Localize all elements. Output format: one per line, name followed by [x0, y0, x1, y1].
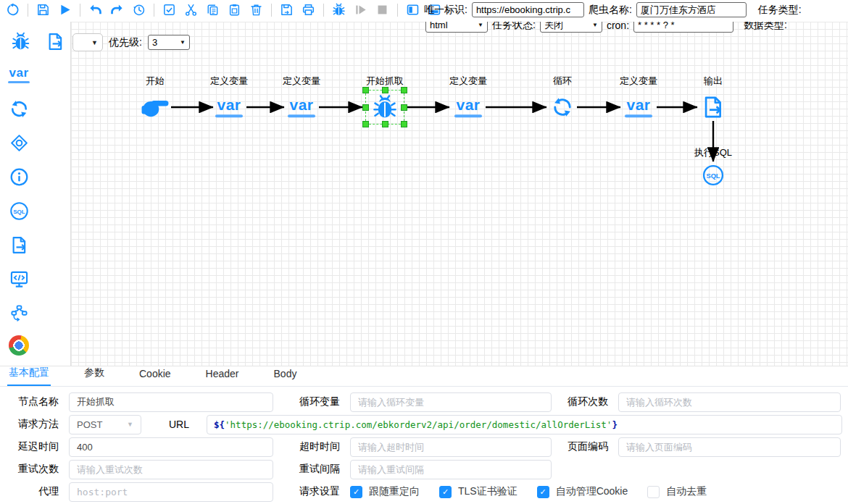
toolbar-redo-button[interactable] [110, 3, 124, 17]
spider-name-input[interactable] [636, 2, 747, 17]
selection-handle[interactable] [362, 87, 369, 93]
chevron-down-icon: ▼ [180, 39, 186, 46]
loop-var-input[interactable] [350, 392, 552, 412]
node-label: 定义变量 [620, 75, 657, 88]
sidebar-item-output-node[interactable] [43, 30, 67, 52]
undo-icon [88, 3, 102, 17]
selection-handle[interactable] [382, 121, 388, 127]
main-area: varSQL html ▼ 任务状态: 关闭 ▼ cron: 数据类型: ▼ [0, 22, 848, 366]
tab-body[interactable]: Body [273, 365, 299, 386]
sidebar-item-chrome-node[interactable] [7, 336, 30, 358]
history-icon [132, 3, 146, 17]
unique-id-label: 唯一标识: [424, 4, 467, 17]
checkbox-unchecked-icon[interactable] [647, 486, 660, 498]
node-name-input[interactable] [69, 392, 273, 412]
timeout-input[interactable] [350, 437, 552, 457]
toolbar-save-button[interactable] [36, 3, 50, 17]
toolbar-step-over-button[interactable] [354, 3, 367, 17]
chevron-down-icon: ▼ [91, 39, 98, 46]
var-icon: var [288, 97, 315, 117]
file-export-icon [46, 32, 65, 51]
node-label: 开始抓取 [366, 75, 404, 88]
sidebar-item-crawler-node[interactable] [9, 30, 32, 52]
loop-count-input[interactable] [618, 392, 841, 412]
shape-priority-row: ▼ 优先级: 3 ▼ [72, 33, 190, 51]
toolbar-divider [271, 4, 272, 17]
timeout-label: 超时时间 [280, 440, 350, 453]
sidebar-item-variable-node[interactable]: var [7, 64, 30, 85]
toolbar-return-button[interactable] [6, 3, 20, 17]
toolbar-history-button[interactable] [132, 3, 146, 17]
tab-cookie[interactable]: Cookie [138, 365, 172, 386]
encoding-input[interactable] [618, 437, 841, 457]
var-icon: var [8, 67, 30, 83]
node-label: 定义变量 [449, 75, 487, 88]
delay-label: 延迟时间 [0, 440, 69, 453]
unique-id-input[interactable] [472, 2, 584, 17]
checkbox-checked-icon[interactable]: ✓ [439, 486, 452, 498]
toolbar-stop-button[interactable] [375, 3, 389, 17]
toolbar-select-all-button[interactable] [162, 3, 176, 17]
checkbox-follow-redirect[interactable]: ✓跟随重定向 [350, 485, 420, 498]
url-expr-open: ${ [214, 419, 225, 430]
node-palette-sidebar: varSQL [0, 22, 70, 366]
sidebar-item-code-node[interactable] [7, 268, 30, 290]
checkbox-auto-cookie[interactable]: ✓自动管理Cookie [537, 485, 628, 498]
method-value: POST [77, 419, 102, 430]
sidebar-item-sql-node[interactable]: SQL [7, 200, 30, 222]
spider-name-label: 爬虫名称: [589, 4, 632, 17]
checkbox-label: 自动去重 [666, 485, 707, 498]
toolbar-run-button[interactable] [58, 3, 72, 17]
print-icon [302, 3, 315, 17]
request-settings-label: 请求设置 [280, 485, 350, 498]
config-tabs: 基本配置参数CookieHeaderBody [0, 366, 848, 387]
selection-handle[interactable] [401, 104, 407, 111]
selection-handle[interactable] [362, 121, 369, 127]
palette-column: varSQL [0, 52, 70, 358]
tab-params[interactable]: 参数 [83, 364, 106, 386]
step-over-icon [354, 3, 367, 17]
tab-basic-config[interactable]: 基本配置 [7, 364, 51, 386]
shape-select[interactable]: ▼ [72, 33, 103, 51]
checkbox-tls-verify[interactable]: ✓TLS证书验证 [439, 485, 517, 498]
checkbox-checked-icon[interactable]: ✓ [537, 486, 549, 498]
config-form: 节点名称 循环变量 循环次数 请求方法 POST ▼ URL ${'https:… [0, 387, 848, 502]
url-input[interactable]: ${'https://ebooking.ctrip.com/ebkorderv2… [207, 415, 842, 434]
toolbar-undo-button[interactable] [88, 3, 102, 17]
node-label: 输出 [704, 75, 723, 88]
selection-handle[interactable] [362, 104, 369, 111]
proxy-input[interactable] [69, 482, 273, 502]
tab-header[interactable]: Header [204, 365, 241, 386]
method-select[interactable]: POST ▼ [69, 415, 141, 434]
selection-handle[interactable] [401, 87, 407, 93]
checkbox-checked-icon[interactable]: ✓ [350, 486, 362, 498]
sidebar-item-comment-node[interactable] [7, 166, 30, 188]
toolbar-paste-button[interactable] [228, 3, 241, 17]
sidebar-item-condition-node[interactable] [7, 132, 30, 154]
toolbar-debug-button[interactable] [332, 3, 346, 17]
flow-canvas[interactable]: html ▼ 任务状态: 关闭 ▼ cron: 数据类型: ▼ 优先级: 3 [70, 22, 848, 366]
var-icon: var [454, 97, 482, 117]
delay-input[interactable] [69, 437, 273, 457]
delete-icon [249, 3, 263, 17]
save-icon [36, 3, 50, 17]
toolbar-delete-button[interactable] [249, 3, 263, 17]
checkbox-auto-dedup[interactable]: 自动去重 [647, 485, 707, 498]
toolbar-toggle-left-panel-button[interactable] [406, 3, 420, 17]
priority-select[interactable]: 3 ▼ [148, 35, 190, 50]
checkbox-label: TLS证书验证 [458, 485, 517, 498]
sidebar-item-file-output-node[interactable] [7, 234, 30, 256]
toolbar-save-as-button[interactable] [280, 3, 294, 17]
selection-handle[interactable] [382, 87, 388, 93]
selection-handle[interactable] [401, 121, 407, 127]
sidebar-item-subflow-node[interactable] [7, 302, 30, 324]
header-form: 唯一标识: 爬虫名称: 任务类型: [424, 2, 802, 17]
sidebar-item-loop-node[interactable] [7, 98, 30, 119]
retry-input[interactable] [69, 460, 273, 479]
toolbar-copy-button[interactable] [206, 3, 220, 17]
toolbar-cut-button[interactable] [184, 3, 198, 17]
retry-interval-input[interactable] [350, 460, 552, 479]
file-export-icon [9, 235, 29, 255]
toolbar-print-button[interactable] [302, 3, 315, 17]
file-export-icon [701, 95, 726, 119]
